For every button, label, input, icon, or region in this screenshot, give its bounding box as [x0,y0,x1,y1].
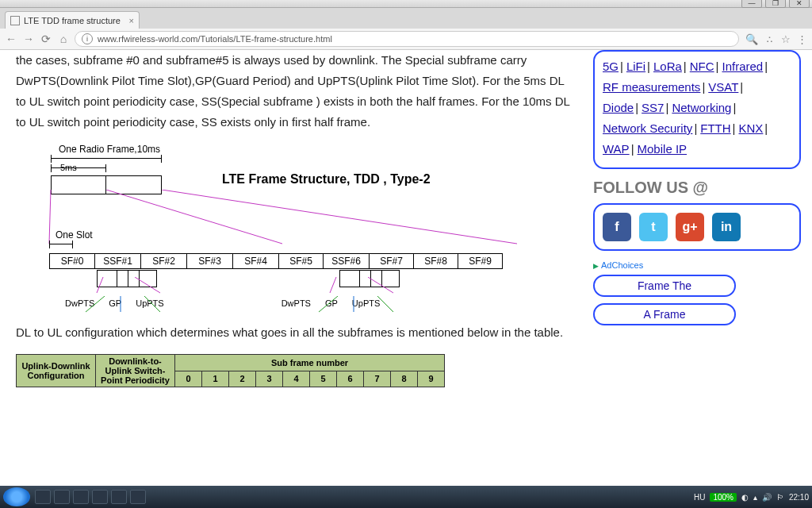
url-text: www.rfwireless-world.com/Tutorials/LTE-f… [98,34,332,44]
separator: | [716,60,719,73]
lte-frame-diagram: One Radio Frame,10ms 5ms LTE Frame Struc… [32,144,523,308]
forward-button[interactable]: → [22,33,35,45]
taskbar-app-icon[interactable] [73,490,89,504]
taskbar-lang[interactable]: HU [694,493,705,502]
subframe-cell: SF#0 [49,253,95,269]
taskbar-app-icon[interactable] [35,490,51,504]
taskbar-app-icon[interactable] [92,490,108,504]
separator: | [635,101,638,114]
sidebar-tag-link[interactable]: LoRa [653,60,682,73]
taskbar-app-icon[interactable] [130,490,146,504]
taskbar-tray-icon[interactable]: 🔊 [762,493,772,502]
svg-line-3 [97,277,103,293]
main-content: the cases, subframe #0 and subframe#5 is… [0,50,582,486]
sidebar-tag-link[interactable]: WAP [603,142,630,156]
windows-taskbar[interactable]: HU 100% ◐ ▴ 🔊 🏳 22:10 [0,486,812,508]
sidebar-tag-link[interactable]: Networking [672,101,731,114]
taskbar-clock[interactable]: 22:10 [789,493,809,502]
table-header: 3 [256,371,283,387]
subframe-cell: SSF#6 [324,253,370,269]
maximize-button[interactable]: ❐ [765,0,786,8]
svg-line-1 [106,190,282,244]
svg-line-0 [49,190,51,244]
reload-button[interactable]: ⟳ [40,33,52,45]
sidebar-tag-link[interactable]: VSAT [708,80,738,94]
googleplus-icon[interactable]: g+ [676,213,704,241]
sidebar-tag-link[interactable]: Diode [603,101,634,114]
site-info-icon[interactable]: i [82,33,93,44]
back-button[interactable]: ← [5,33,17,45]
twitter-icon[interactable]: t [639,213,668,241]
taskbar-app-icon[interactable] [111,490,127,504]
sidebar-tag-link[interactable]: Mobile IP [638,142,688,156]
sidebar-tag-link[interactable]: Network Security [603,121,692,135]
address-bar: ← → ⟳ ⌂ i www.rfwireless-world.com/Tutor… [0,29,812,50]
article-paragraph: DL to UL configuration which determines … [16,322,574,343]
separator: | [631,142,634,156]
close-window-button[interactable]: ✕ [789,0,810,8]
taskbar-tray-icon[interactable]: 🏳 [776,493,784,502]
subframe-cell: SF#5 [279,253,324,269]
facebook-icon[interactable]: f [603,213,631,241]
linkedin-icon[interactable]: in [712,213,741,241]
sidebar-tag-link[interactable]: KNX [739,121,764,135]
subframe-cell: SSF#1 [95,253,141,269]
translate-icon[interactable]: ⛬ [764,33,775,45]
start-button[interactable] [3,487,30,506]
half-frame-label: 5ms [60,163,77,172]
article-paragraph: the cases, subframe #0 and subframe#5 is… [16,50,574,133]
subframe-cell: SF#8 [414,253,458,269]
taskbar-tray-icon[interactable]: ◐ [741,493,749,502]
sidebar-tag-link[interactable]: NFC [690,60,714,73]
taskbar-app-icon[interactable] [54,490,70,504]
ad-button[interactable]: A Frame [593,303,736,325]
ad-button[interactable]: Frame The [593,275,736,297]
diagram-connector-lines [32,190,523,245]
bookmark-star-icon[interactable]: ☆ [781,33,791,45]
sidebar-tags-box: 5G|LiFi|LoRa|NFC|Infrared|RF measurement… [593,50,801,169]
taskbar-tray-icon[interactable]: ▴ [753,493,757,502]
separator: | [733,101,736,114]
svg-line-6 [368,277,393,293]
diagram-title: LTE Frame Structure, TDD , Type-2 [222,172,431,187]
sidebar-tag-link[interactable]: SS7 [642,101,664,114]
browser-tab[interactable]: LTE TDD frame structure × [5,11,140,29]
tab-close-icon[interactable]: × [129,16,134,25]
subframe-cell: SF#7 [370,253,414,269]
separator: | [733,121,736,135]
sidebar-tag-link[interactable]: RF measurements [603,80,700,94]
subframe-cell: SF#4 [233,253,279,269]
tab-title: LTE TDD frame structure [24,16,121,25]
follow-us-heading: FOLLOW US @ [593,179,801,197]
table-header: Uplink-Downlink Configuration [17,355,96,387]
zoom-icon[interactable]: 🔍 [745,33,758,45]
sidebar-tag-link[interactable]: LiFi [626,60,645,73]
separator: | [620,60,623,73]
tab-favicon [10,16,20,25]
svg-line-5 [330,277,336,293]
minimize-button[interactable]: — [741,0,762,8]
adchoices-label[interactable]: AdChoices [593,260,801,270]
svg-line-4 [135,277,160,293]
menu-icon[interactable]: ⋮ [797,33,807,45]
url-input[interactable]: i www.rfwireless-world.com/Tutorials/LTE… [75,31,739,47]
separator: | [702,80,705,94]
table-header: 9 [418,371,445,387]
separator: | [764,60,768,73]
table-header: Downlink-to-Uplink Switch-Point Periodic… [96,355,175,387]
svg-line-10 [319,296,338,312]
sidebar-tag-link[interactable]: Infrared [722,60,764,73]
home-button[interactable]: ⌂ [57,33,70,45]
svg-line-12 [377,296,393,312]
radio-frame-label: One Radio Frame,10ms [59,144,523,155]
separator: | [647,60,650,73]
sidebar-tag-link[interactable]: 5G [603,60,619,73]
table-header: 0 [175,371,202,387]
taskbar-zoom[interactable]: 100% [710,493,737,502]
table-header: 4 [283,371,310,387]
config-table: Uplink-Downlink Configuration Downlink-t… [16,354,445,387]
sidebar-tag-link[interactable]: FTTH [700,121,730,135]
svg-line-9 [144,296,160,312]
diagram-label-lines [32,296,523,314]
table-header: Sub frame number [175,355,445,371]
